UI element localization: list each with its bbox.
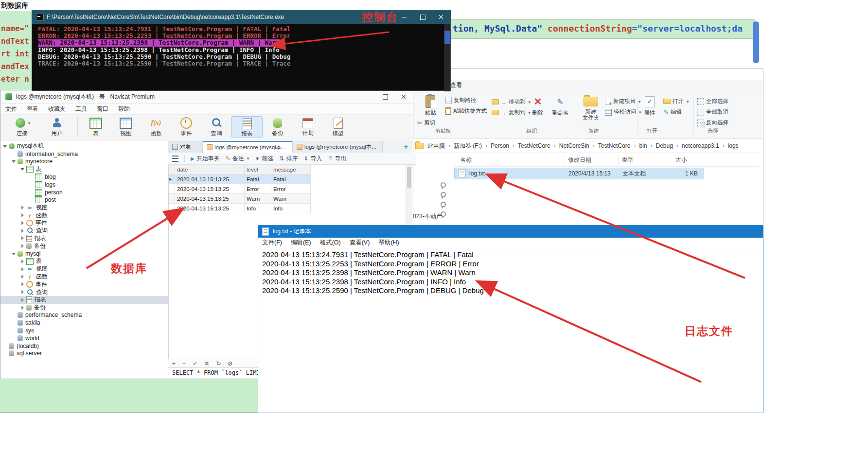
tree-item-selected[interactable]: 报表 xyxy=(0,296,168,304)
breadcrumb-item[interactable]: TestNetCore xyxy=(598,142,639,149)
tree-item[interactable]: 查询 xyxy=(0,227,168,235)
file-row-logtxt[interactable]: log.txt 2020/4/13 15:13 文本文档 1 KB xyxy=(454,168,704,179)
apply-button[interactable]: ✔ xyxy=(193,360,197,367)
view-button[interactable]: 视图 xyxy=(111,116,141,137)
cell-date[interactable]: 2020-04-13 15:13:25 xyxy=(175,174,245,184)
expand-icon[interactable] xyxy=(20,228,26,234)
export-button[interactable]: ⇑导出 xyxy=(328,155,346,163)
table-row[interactable]: 2020-04-13 15:13:25 Error Error xyxy=(169,184,311,194)
expand-icon[interactable] xyxy=(20,266,26,272)
tree-item[interactable]: ∞视图 xyxy=(0,204,168,211)
refresh-button[interactable]: ↻ xyxy=(216,360,221,367)
tree-item[interactable]: (localdb) xyxy=(0,342,168,350)
expand-icon[interactable] xyxy=(20,166,26,172)
breadcrumb-item[interactable]: Debug xyxy=(655,142,681,149)
cell-date[interactable]: 2020-04-13 15:13:25 xyxy=(175,184,245,194)
expand-icon[interactable] xyxy=(20,205,26,210)
tree-item[interactable]: 报表 xyxy=(0,235,168,243)
schedule-button[interactable]: 计划 xyxy=(293,116,323,137)
address-bar[interactable]: 此电脑 新加卷 (F:) Person TestNetCore NetCoreS… xyxy=(372,139,763,153)
expand-icon[interactable] xyxy=(2,143,8,149)
tree-item[interactable]: mynetcore xyxy=(0,158,168,166)
copy-path-button[interactable]: 复制路径 xyxy=(445,97,476,104)
column-header-size[interactable]: 大小 xyxy=(675,156,687,164)
expand-icon[interactable] xyxy=(20,297,26,303)
tree-item[interactable]: logs xyxy=(0,181,168,189)
tree-item[interactable]: 事件 xyxy=(0,280,168,288)
discard-button[interactable]: ✖ xyxy=(204,360,209,367)
minimize-button[interactable] xyxy=(357,91,376,103)
cell-message[interactable]: Info xyxy=(271,204,311,213)
cut-button[interactable]: ✂剪切 xyxy=(417,119,435,126)
tree-item[interactable]: 事件 xyxy=(0,219,168,227)
model-button[interactable]: 模型 xyxy=(323,116,353,137)
column-header-name[interactable]: 名称 xyxy=(460,156,472,164)
expand-icon[interactable] xyxy=(11,251,17,257)
memo-button[interactable]: ✎备注▾ xyxy=(226,155,249,163)
cell-level[interactable]: Fatal xyxy=(245,174,271,184)
connection-button[interactable]: ▾连接 xyxy=(4,116,39,137)
paste-shortcut-button[interactable]: 粘贴快捷方式 xyxy=(445,107,487,115)
cell-level[interactable]: Info xyxy=(245,204,271,213)
breadcrumb-item[interactable]: Person xyxy=(491,142,518,149)
add-record-button[interactable]: + xyxy=(172,360,176,367)
menu-file[interactable]: 文件 xyxy=(0,105,22,113)
cell-message[interactable]: Warn xyxy=(271,194,311,204)
notepad-text[interactable]: 2020-04-13 15:13:24.7931 | TestNetCore.P… xyxy=(258,248,763,295)
paste-button[interactable]: 粘贴 xyxy=(419,94,442,116)
expand-icon[interactable] xyxy=(20,220,26,226)
menu-view[interactable]: 查看 xyxy=(22,105,43,113)
menu-window[interactable]: 窗口 xyxy=(92,105,113,113)
tree-item[interactable]: performance_schema xyxy=(0,312,168,319)
expand-icon[interactable] xyxy=(20,305,26,311)
cell-level[interactable]: Error xyxy=(245,184,271,194)
menu-help[interactable]: 帮助(H) xyxy=(378,239,399,247)
tree-item[interactable]: sakila xyxy=(0,319,168,327)
tab-logs-table[interactable]: logs @mynetcore (mysql本... xyxy=(203,141,293,153)
cell-message[interactable]: Error xyxy=(271,184,311,194)
expand-icon[interactable] xyxy=(20,274,26,279)
expand-icon[interactable] xyxy=(11,158,17,164)
expand-icon[interactable] xyxy=(20,259,26,264)
tree-item[interactable]: sys xyxy=(0,327,168,334)
select-all-button[interactable]: 全部选择 xyxy=(697,98,728,105)
expand-icon[interactable] xyxy=(20,235,26,241)
menu-help[interactable]: 帮助 xyxy=(113,105,135,113)
new-item-button[interactable]: 新建项目▾ xyxy=(605,98,641,105)
breadcrumb-item[interactable]: 此电脑 xyxy=(427,142,454,150)
begin-transaction-button[interactable]: ▶开始事务 xyxy=(191,155,220,163)
query-button[interactable]: 查询 xyxy=(201,116,231,137)
table-row[interactable]: 2020-04-13 15:13:25 Warn Warn xyxy=(169,194,311,204)
tree-item[interactable]: world xyxy=(0,334,168,342)
tree-item[interactable]: mysql xyxy=(0,250,168,258)
tree-item[interactable]: ƒ函数 xyxy=(0,211,168,219)
maximize-button[interactable] xyxy=(413,10,432,24)
close-button[interactable] xyxy=(432,10,450,24)
table-row[interactable]: 2020-04-13 15:13:25 Info Info xyxy=(169,204,311,213)
breadcrumb-item[interactable]: netcoreapp3.1 xyxy=(682,142,728,149)
console-scrollbar[interactable] xyxy=(444,24,450,91)
table-row[interactable]: ▶ 2020-04-13 15:13:25 Fatal Fatal xyxy=(169,174,311,184)
close-button[interactable] xyxy=(394,91,413,103)
tree-item[interactable]: information_schema xyxy=(0,150,168,158)
cell-level[interactable]: Warn xyxy=(245,194,271,204)
backup-button[interactable]: 备份 xyxy=(263,116,293,137)
cell-date[interactable]: 2020-04-13 15:13:25 xyxy=(175,204,245,213)
properties-button[interactable]: ✓ 属性 xyxy=(639,94,660,116)
breadcrumb-item[interactable]: logs xyxy=(728,142,745,149)
tree-item[interactable]: post xyxy=(0,196,168,204)
editor-scrollbar[interactable] xyxy=(753,21,759,63)
maximize-button[interactable] xyxy=(376,91,394,103)
column-header-level[interactable]: level xyxy=(245,165,271,174)
menu-file[interactable]: 文件(F) xyxy=(262,239,282,247)
report-button[interactable]: 报表 xyxy=(231,116,263,138)
column-header-message[interactable]: message xyxy=(271,165,311,174)
function-button[interactable]: f(x)函数 xyxy=(141,116,171,137)
tab-objects[interactable]: 对象 xyxy=(168,141,203,153)
user-button[interactable]: 用户 xyxy=(39,116,74,137)
event-button[interactable]: 事件 xyxy=(171,116,201,137)
filter-button[interactable]: ▼筛选 xyxy=(255,155,273,163)
new-tab-button[interactable]: + xyxy=(404,143,408,151)
delete-button[interactable]: ✕ 删除 xyxy=(527,94,549,116)
menu-edit[interactable]: 编辑(E) xyxy=(291,239,311,247)
